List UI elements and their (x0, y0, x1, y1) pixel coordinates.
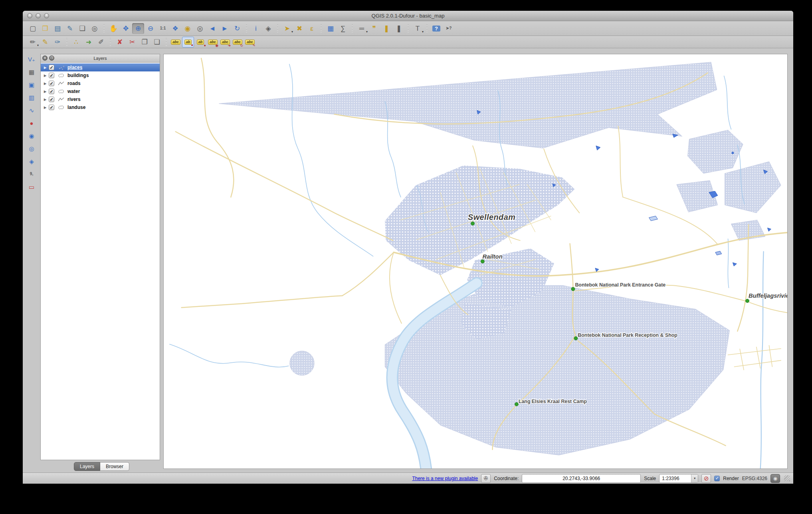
scale-dropdown-icon[interactable]: ▾ (691, 474, 698, 482)
toggle-editing-button[interactable]: ✎ (39, 37, 51, 47)
float-panel-button[interactable]: ❐ (49, 55, 54, 61)
coordinate-input[interactable] (522, 474, 641, 483)
zoom-native-button[interactable]: 1:1 (157, 23, 169, 34)
layers-panel-header[interactable]: ✕❐ Layers (40, 54, 160, 63)
select-features-button[interactable]: ➤▾ (281, 23, 293, 34)
add-feature-button[interactable]: ∴ (70, 37, 82, 47)
panel-tab-layers[interactable]: Layers (74, 462, 100, 471)
close-button[interactable] (27, 13, 32, 18)
field-calculator-button[interactable]: ∑ (337, 23, 349, 34)
label-properties-button[interactable]: abc✎ (244, 37, 256, 47)
add-spatialite-layer-button[interactable]: ▣ (26, 79, 37, 90)
layer-checkbox[interactable]: ✓ (49, 81, 54, 86)
map-canvas[interactable]: SwellendamRailtonBontebok National Park … (163, 54, 788, 469)
close-panel-button[interactable]: ✕ (42, 55, 48, 61)
new-project-button[interactable]: ▢ (27, 23, 39, 34)
current-edits-button[interactable]: ✏▾ (27, 37, 39, 47)
measure-line-dropdown-icon[interactable]: ▾ (366, 30, 368, 34)
label-move-button[interactable]: abc➜ (219, 37, 231, 47)
zoom-full-button[interactable]: ❖ (169, 23, 181, 34)
current-edits-dropdown-icon[interactable]: ▾ (37, 44, 39, 47)
help-contents-button[interactable]: ? (430, 23, 442, 34)
node-tool-button[interactable]: ✐ (95, 37, 107, 47)
measure-line-button[interactable]: ═▾ (356, 23, 368, 34)
text-annotation-dropdown-icon[interactable]: ▾ (422, 30, 424, 34)
show-bookmarks-button[interactable]: ❚ (393, 23, 405, 34)
expander-icon[interactable]: ▶ (43, 106, 48, 109)
add-raster-layer-button[interactable]: ▦ (26, 67, 37, 77)
add-wcs-layer-button[interactable]: ◎ (26, 143, 37, 154)
zoom-in-button[interactable]: ⊕ (132, 23, 144, 34)
zoom-out-button[interactable]: ⊖ (145, 23, 156, 34)
zoom-last-button[interactable]: ◄ (206, 23, 218, 34)
label-pin-unpin-button[interactable]: ab● (182, 37, 194, 47)
label-show-hide-button[interactable]: abc◉ (207, 37, 219, 47)
add-oracle-layer-button[interactable]: ● (26, 118, 37, 128)
new-print-composer-button[interactable]: ❏ (76, 23, 88, 34)
expander-icon[interactable]: ▶ (43, 66, 48, 69)
plugin-available-link[interactable]: There is a new plugin available (412, 476, 478, 481)
text-annotation-button[interactable]: T▾ (412, 23, 424, 34)
layer-checkbox[interactable]: ✓ (49, 89, 54, 94)
add-mssql-layer-button[interactable]: ∿ (26, 105, 37, 115)
title-bar[interactable]: QGIS 2.0.1-Dufour - basic_map (23, 11, 793, 21)
select-by-expression-button[interactable]: ε (306, 23, 318, 34)
layer-checkbox[interactable]: ✓ (49, 105, 54, 110)
open-attribute-table-button[interactable]: ▦ (325, 23, 337, 34)
zoom-button[interactable] (44, 13, 49, 18)
layer-item-roads[interactable]: ▶✓roads (41, 79, 160, 87)
layer-checkbox[interactable]: ✓ (49, 97, 54, 102)
pan-map-button[interactable]: ✋ (107, 23, 119, 34)
expander-icon[interactable]: ▶ (43, 82, 48, 85)
pan-to-selection-button[interactable]: ✥ (120, 23, 132, 34)
new-bookmark-button[interactable]: ❚ (380, 23, 392, 34)
label-highlight-pinned-button[interactable]: ab● (194, 37, 206, 47)
remove-layer-button[interactable]: ▭ (26, 182, 37, 192)
whats-this-button[interactable]: ➤? (443, 23, 455, 34)
map-tips-button[interactable]: ❞ (368, 23, 380, 34)
add-vector-layer-button[interactable]: V₊ (26, 54, 37, 64)
crs-button[interactable]: ◉ (770, 474, 780, 483)
layer-item-rivers[interactable]: ▶✓rivers (41, 95, 160, 103)
add-wms-layer-button[interactable]: ◉ (26, 130, 37, 141)
open-project-button[interactable]: ❒ (39, 23, 51, 34)
resize-grip[interactable] (784, 475, 790, 481)
save-project-button[interactable]: ▤ (51, 23, 63, 34)
save-layer-edits-button[interactable]: ✑ (51, 37, 63, 47)
add-delimited-text-layer-button[interactable]: 9, (26, 169, 37, 179)
expander-icon[interactable]: ▶ (43, 98, 48, 101)
layer-item-water[interactable]: ▶✓water (41, 87, 160, 95)
scale-combobox[interactable]: 1:23396 ▾ (659, 474, 698, 483)
select-features-dropdown-icon[interactable]: ▾ (291, 30, 293, 34)
layer-checkbox[interactable]: ✓ (49, 65, 54, 70)
minimize-button[interactable] (36, 13, 41, 18)
label-rotate-button[interactable]: abc↻ (232, 37, 244, 47)
deselect-features-button[interactable]: ✖ (293, 23, 305, 34)
cut-features-button[interactable]: ✂ (126, 37, 138, 47)
panel-tab-browser[interactable]: Browser (100, 462, 129, 471)
run-feature-action-button[interactable]: ◈ (262, 23, 274, 34)
add-wfs-layer-button[interactable]: ◈ (26, 156, 37, 166)
add-postgis-layer-button[interactable]: ▥ (26, 92, 37, 103)
composer-manager-button[interactable]: ◎ (89, 23, 101, 34)
plugin-icon[interactable]: ✇ (481, 474, 491, 483)
refresh-map-button[interactable]: ↻ (231, 23, 243, 34)
stop-render-icon[interactable]: ⊘ (701, 474, 711, 483)
delete-selected-button[interactable]: ✘ (114, 37, 126, 47)
layer-item-places[interactable]: ▶✓places (41, 63, 160, 71)
zoom-to-layer-button[interactable]: ◎ (194, 23, 206, 34)
layer-labeling-options-button[interactable]: abc (170, 37, 182, 47)
render-checkbox[interactable]: ✓ (714, 476, 720, 481)
expander-icon[interactable]: ▶ (43, 74, 48, 77)
zoom-to-selection-button[interactable]: ◉ (182, 23, 194, 34)
move-feature-button[interactable]: ➜ (83, 37, 95, 47)
layer-item-landuse[interactable]: ▶✓landuse (41, 103, 160, 111)
layer-item-buildings[interactable]: ▶✓buildings (41, 71, 160, 79)
save-project-as-button[interactable]: ✎ (64, 23, 76, 34)
zoom-next-button[interactable]: ► (219, 23, 231, 34)
identify-features-button[interactable]: i (250, 23, 262, 34)
expander-icon[interactable]: ▶ (43, 90, 48, 93)
layer-checkbox[interactable]: ✓ (49, 73, 54, 78)
paste-features-button[interactable]: ❏ (151, 37, 163, 47)
copy-features-button[interactable]: ❐ (139, 37, 151, 47)
